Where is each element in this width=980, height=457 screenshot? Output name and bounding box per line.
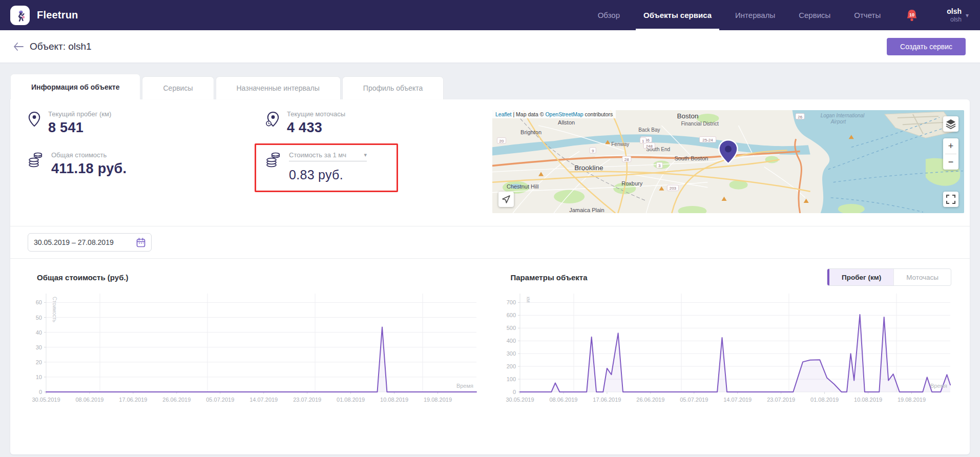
svg-text:26: 26 — [798, 115, 802, 119]
leaflet-link[interactable]: Leaflet — [495, 111, 512, 117]
svg-text:30.05.2019: 30.05.2019 — [506, 397, 534, 403]
map-zoom-control: + − — [943, 138, 958, 170]
map-fullscreen-button[interactable] — [943, 192, 958, 207]
svg-text:0: 0 — [39, 389, 42, 395]
toggle-engine-hours[interactable]: Моточасы — [893, 269, 951, 285]
nav-item-intervals[interactable]: Интервалы — [723, 0, 787, 30]
params-toggle: Пробег (км) Моточасы — [827, 268, 951, 286]
toggle-mileage[interactable]: Пробег (км) — [829, 269, 893, 285]
svg-text:05.07.2019: 05.07.2019 — [206, 397, 234, 403]
svg-text:01.08.2019: 01.08.2019 — [810, 397, 839, 403]
svg-text:23.07.2019: 23.07.2019 — [293, 397, 321, 403]
map-route-badge: 25-24 — [699, 137, 716, 142]
fleetrun-logo-icon[interactable] — [10, 6, 30, 25]
nav-item-reports[interactable]: Отчеты — [842, 0, 892, 30]
svg-text:19.08.2019: 19.08.2019 — [897, 397, 925, 403]
svg-text:25-24: 25-24 — [702, 138, 713, 142]
params-chart: 010020030040050060070030.05.201908.06.20… — [496, 286, 957, 408]
cost-unit-selector-value: Стоимость за 1 мч — [289, 151, 346, 159]
notifications-bell-icon[interactable]: 10 — [892, 0, 931, 30]
fullscreen-icon — [946, 195, 955, 204]
location-pin-clock-icon — [265, 111, 280, 128]
map-route-badge: 9 — [590, 148, 596, 153]
coins-icon — [28, 152, 44, 168]
nav-item-services[interactable]: Сервисы — [787, 0, 842, 30]
stat-label: Текущие моточасы — [287, 110, 345, 118]
svg-text:100: 100 — [506, 376, 515, 382]
map-place-label: Logan International — [821, 113, 865, 118]
zoom-out-button[interactable]: − — [943, 154, 958, 170]
svg-text:05.07.2019: 05.07.2019 — [680, 397, 708, 403]
layers-icon — [945, 118, 956, 130]
brand-name: Fleetrun — [37, 9, 78, 21]
svg-text:600: 600 — [506, 312, 515, 318]
svg-text:40: 40 — [36, 329, 42, 336]
svg-text:20: 20 — [499, 139, 504, 143]
page-header: Объект: olsh1 Создать сервис — [0, 30, 980, 63]
map-place-label: Brighton — [520, 129, 541, 135]
map-place-label: Fenway — [611, 141, 629, 147]
map-route-badge: 26 — [796, 114, 804, 119]
back-button[interactable] — [11, 39, 26, 54]
stat-value: 4 433 — [287, 120, 345, 136]
svg-text:26.06.2019: 26.06.2019 — [636, 397, 664, 403]
cost-chart: 010203040506030.05.201908.06.201917.06.2… — [23, 286, 484, 408]
svg-text:26.06.2019: 26.06.2019 — [162, 397, 191, 403]
svg-text:30.05.2019: 30.05.2019 — [32, 397, 60, 403]
svg-text:17.06.2019: 17.06.2019 — [593, 397, 621, 403]
svg-text:14.07.2019: 14.07.2019 — [723, 397, 752, 403]
leaflet-map[interactable]: BostonFinancial DistrictLogan Internatio… — [492, 110, 964, 213]
map-canvas: BostonFinancial DistrictLogan Internatio… — [492, 110, 964, 213]
object-stats: Текущий пробег (км) 8 541 Текущие моточа… — [28, 110, 492, 213]
tab-assigned-intervals[interactable]: Назначенные интервалы — [216, 76, 341, 99]
osm-link[interactable]: OpenStreetMap — [545, 111, 583, 117]
stat-value: 8 541 — [48, 120, 111, 136]
map-route-badge: 20 — [497, 138, 506, 143]
arrow-left-icon — [13, 43, 24, 51]
svg-text:700: 700 — [506, 299, 515, 305]
params-chart-title: Параметры объекта — [511, 273, 588, 282]
map-route-badge: 203 — [667, 185, 678, 191]
map-place-label: Jamaica Plain — [569, 207, 604, 213]
object-params-chart-block: Параметры объекта Пробег (км) Моточасы 0… — [496, 268, 958, 408]
user-name: olsh — [947, 7, 962, 16]
user-menu[interactable]: olsh olsh ▾ — [931, 0, 969, 30]
highlighted-cost-per-unit: Стоимость за 1 мч ▾ 0.83 руб. — [255, 143, 398, 192]
total-cost-chart-block: Общая стоимость (руб.) 010203040506030.0… — [23, 268, 484, 408]
map-place-label: Financial District — [681, 121, 719, 127]
svg-text:1: 1 — [642, 139, 644, 143]
stat-total-cost: Общая стоимость 411.18 руб. — [28, 151, 265, 192]
nav-item-service-objects[interactable]: Объекты сервиса — [632, 0, 723, 30]
stat-value: 0.83 руб. — [289, 168, 367, 182]
top-navbar: Fleetrun Обзор Объекты сервиса Интервалы… — [0, 0, 980, 30]
svg-text:23.07.2019: 23.07.2019 — [767, 397, 795, 403]
svg-text:200: 200 — [506, 363, 515, 369]
tab-object-profile[interactable]: Профиль объекта — [342, 76, 444, 99]
map-place-label: Roxbury — [621, 180, 642, 186]
svg-text:300: 300 — [506, 350, 515, 357]
tab-object-info[interactable]: Информация об объекте — [10, 74, 140, 99]
svg-text:248: 248 — [646, 144, 653, 149]
zoom-in-button[interactable]: + — [943, 138, 958, 154]
chevron-down-icon: ▾ — [364, 152, 367, 158]
map-place-label: Back Bay — [638, 127, 660, 133]
map-locate-button[interactable] — [498, 192, 514, 207]
date-range-value: 30.05.2019 – 27.08.2019 — [34, 238, 114, 246]
tab-services[interactable]: Сервисы — [142, 76, 214, 99]
coins-icon — [265, 152, 282, 168]
map-layers-button[interactable] — [943, 116, 958, 132]
stat-engine-hours: Текущие моточасы 4 433 — [265, 110, 492, 136]
svg-text:17.06.2019: 17.06.2019 — [119, 397, 147, 403]
svg-text:30: 30 — [36, 344, 42, 350]
map-place-label: Allston — [558, 119, 575, 126]
cost-unit-selector[interactable]: Стоимость за 1 мч ▾ — [289, 151, 367, 161]
cost-chart-title: Общая стоимость (руб.) — [37, 273, 129, 282]
svg-text:Время: Время — [456, 383, 473, 389]
create-service-button[interactable]: Создать сервис — [887, 38, 966, 55]
date-range-picker[interactable]: 30.05.2019 – 27.08.2019 — [28, 233, 152, 252]
user-account: olsh — [947, 16, 962, 23]
map-place-label: Chestnut Hill — [507, 183, 538, 190]
svg-text:01.08.2019: 01.08.2019 — [337, 397, 365, 403]
nav-item-overview[interactable]: Обзор — [586, 0, 632, 30]
map-attribution: Leaflet | Map data © OpenStreetMap contr… — [492, 110, 616, 118]
